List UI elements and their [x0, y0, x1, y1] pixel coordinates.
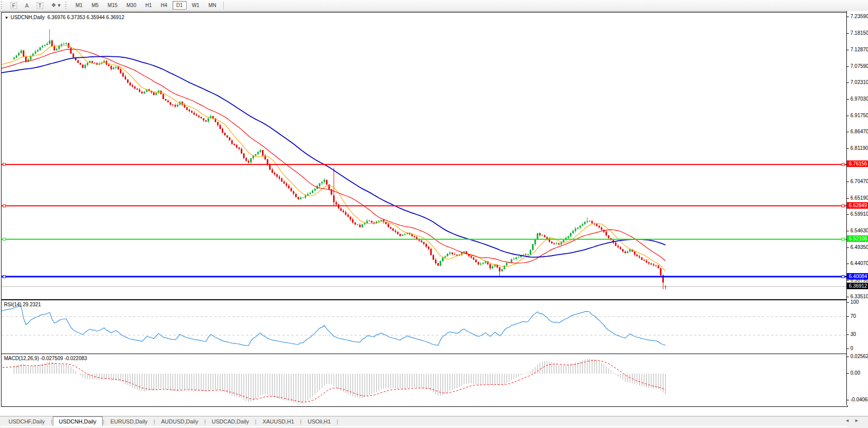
rsi-canvas[interactable] — [2, 300, 846, 353]
price-axis[interactable]: 7.235907.181507.128707.075907.023106.970… — [847, 11, 868, 405]
tab-usoil-h1[interactable]: USOil,H1 — [302, 417, 336, 426]
tab-scroll-right-icon[interactable]: ► — [854, 418, 864, 423]
toolbar-separator — [223, 2, 224, 10]
chart-window: ▼USDCNH,Daily 6.36976 6.37353 6.35944 6.… — [0, 11, 868, 416]
price-tick-label: 6.91750 — [850, 113, 868, 118]
candles-layer — [14, 29, 666, 290]
axis-tick — [847, 357, 849, 357]
chart-title-text: USDCNH,Daily 6.36976 6.37353 6.35944 6.3… — [11, 15, 124, 20]
collapse-triangle-icon[interactable]: ▼ — [5, 16, 9, 20]
timeframe-button-m1[interactable]: M1 — [71, 1, 86, 10]
tab-eurusd-daily[interactable]: EURUSD,Daily — [105, 417, 153, 426]
timeframe-button-d1[interactable]: D1 — [172, 1, 187, 10]
level-price-chip: 6.62849 — [847, 202, 868, 209]
price-tick-label: 6.70470 — [850, 179, 868, 184]
price-tick-label: 6.81190 — [850, 145, 868, 151]
axis-tick — [847, 148, 849, 149]
timeframe-button-w1[interactable]: W1 — [188, 1, 203, 10]
axis-tick — [847, 231, 849, 231]
price-tick-label: 7.12870 — [850, 47, 868, 52]
sma-50-line — [2, 56, 665, 257]
tab-usdcad-daily[interactable]: USDCAD,Daily — [206, 417, 254, 426]
timeframe-button-h4[interactable]: H4 — [157, 1, 171, 10]
price-tick-label: 6.49350 — [850, 244, 868, 250]
grid-f-icon[interactable]: F — [8, 2, 20, 10]
axis-tick — [847, 66, 849, 67]
price-chart-canvas[interactable] — [2, 13, 846, 298]
price-tick-label: 6.97030 — [850, 96, 868, 102]
toolbar-grip2-icon[interactable] — [65, 2, 69, 9]
top-toolbar: FAT❖ ▾ M1M5M15M30H1H4D1W1MN — [0, 0, 868, 11]
axis-tick — [847, 334, 849, 335]
toolbar-grip-icon[interactable] — [1, 2, 5, 9]
tab-usdchf-daily[interactable]: USDCHF,Daily — [3, 417, 50, 426]
axis-tick — [847, 302, 849, 303]
price-tick-label: 6.44070 — [850, 261, 868, 266]
axis-tick — [847, 132, 849, 132]
axis-tick — [847, 247, 849, 248]
letter-a-icon[interactable]: A — [22, 2, 32, 10]
axis-tick — [847, 198, 849, 199]
price-tick-label: 6.54630 — [850, 228, 868, 233]
axis-tick — [847, 280, 849, 281]
price-tick-label: 6.65190 — [850, 195, 868, 201]
letter-a-icon-glyph: A — [25, 3, 29, 9]
axis-tick — [847, 99, 849, 100]
macd-tick-label: 0.00 — [850, 370, 860, 376]
axis-tick — [847, 50, 849, 50]
axis-tick — [847, 116, 849, 116]
horizontal-level-lines[interactable] — [2, 163, 846, 278]
level-price-chip: 6.40084 — [847, 273, 868, 280]
macd-tick-label: -0.040687 — [850, 397, 868, 402]
price-tick-label: 7.18150 — [850, 30, 868, 36]
timeframe-button-m15[interactable]: M15 — [104, 1, 121, 10]
current-price-chip: 6.36912 — [847, 283, 868, 289]
price-tick-label: 7.23590 — [850, 14, 868, 19]
timeframe-toolbar: M1M5M15M30H1H4D1W1MN — [71, 1, 221, 10]
timeframe-button-h1[interactable]: H1 — [141, 1, 156, 10]
macd-label: MACD(12,26,9) -0.027509 -0.022083 — [4, 356, 87, 361]
price-tick-label: 6.86470 — [850, 129, 868, 134]
timeframe-button-m30[interactable]: M30 — [123, 1, 140, 10]
text-t-icon[interactable]: T — [34, 2, 46, 10]
sma-21-line — [2, 49, 665, 263]
text-t-icon-glyph: T — [37, 2, 43, 9]
price-tick-label: 6.33510 — [850, 294, 868, 299]
tab-audusd-daily[interactable]: AUDUSD,Daily — [155, 417, 204, 426]
macd-canvas[interactable] — [2, 354, 846, 405]
macd-tick-label: 0.025623 — [850, 354, 868, 359]
axis-tick — [847, 82, 849, 83]
axis-tick — [847, 17, 849, 17]
tab-scroll-left-icon[interactable]: ◄ — [845, 418, 854, 423]
axis-tick — [847, 297, 849, 297]
objects-dropdown-icon-glyph: ❖ ▾ — [51, 2, 60, 8]
axis-tick — [847, 182, 849, 182]
axis-tick — [847, 349, 849, 349]
axis-tick — [847, 316, 849, 317]
rsi-tick-label: 70 — [850, 313, 856, 319]
rsi-line — [2, 306, 665, 346]
rsi-tick-label: 30 — [850, 331, 856, 337]
timeframe-button-mn[interactable]: MN — [204, 1, 220, 10]
price-tick-label: 6.59910 — [850, 211, 868, 217]
rsi-tick-label: 0 — [850, 346, 853, 351]
axis-tick — [847, 264, 849, 264]
objects-dropdown-icon[interactable]: ❖ ▾ — [48, 1, 63, 10]
rsi-indicator-panel[interactable]: RSI(14) 29.2321 — [1, 300, 848, 354]
macd-indicator-panel[interactable]: MACD(12,26,9) -0.027509 -0.022083 — [1, 354, 848, 407]
tab-scroll-arrows: ◄► — [845, 418, 864, 423]
tab-xauusd-h1[interactable]: XAUUSD,H1 — [257, 417, 300, 426]
price-chart-panel[interactable]: ▼USDCNH,Daily 6.36976 6.37353 6.35944 6.… — [1, 12, 848, 300]
object-tools-group: FAT❖ ▾ — [7, 1, 64, 10]
timeframe-button-m5[interactable]: M5 — [88, 1, 103, 10]
tab-usdcnh-daily[interactable]: USDCNH,Daily — [53, 416, 103, 426]
rsi-tick-label: 100 — [850, 299, 859, 305]
chart-title: ▼USDCNH,Daily 6.36976 6.37353 6.35944 6.… — [5, 15, 124, 20]
price-tick-label: 7.02310 — [850, 79, 868, 85]
level-price-chip: 6.76156 — [847, 160, 868, 167]
macd-histogram — [14, 359, 665, 403]
level-price-chip: 6.52108 — [847, 235, 868, 242]
axis-tick — [847, 214, 849, 215]
price-tick-label: 7.07590 — [850, 63, 868, 69]
axis-tick — [847, 400, 849, 400]
